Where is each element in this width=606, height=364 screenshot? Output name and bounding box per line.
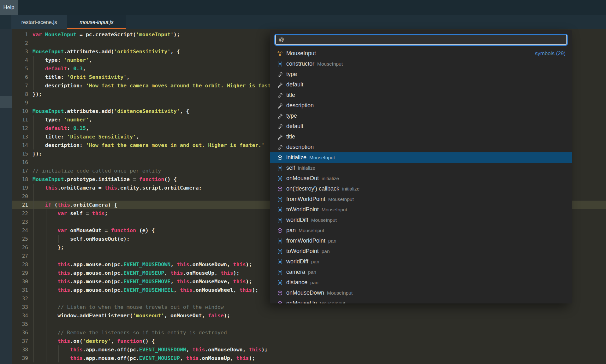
line-number: 28 <box>12 260 33 269</box>
symbol-list-item[interactable]: toWorldPointpan <box>270 246 572 256</box>
code-line-text: this.app.mouse.off(pc.EVENT_MOUSEUP, thi… <box>33 354 606 362</box>
property-wrench-icon <box>277 144 283 150</box>
symbol-name: fromWorldPoint <box>286 196 325 203</box>
code-line[interactable]: 34 window.addEventListener('mouseout', o… <box>12 311 606 320</box>
property-wrench-icon <box>277 82 283 88</box>
symbol-list-item[interactable]: default <box>270 121 572 132</box>
symbol-list-item[interactable]: initializeMouseInput <box>270 152 572 163</box>
indent-guide <box>46 320 46 328</box>
symbol-name: onMouseOut <box>286 175 319 182</box>
line-number: 23 <box>12 218 33 226</box>
indent-guide <box>33 269 34 277</box>
indent-guide <box>33 345 34 354</box>
symbol-search-bar <box>270 30 572 48</box>
method-bracket-icon <box>277 280 283 285</box>
code-line[interactable]: 37 this.on('destroy', function() { <box>12 337 606 345</box>
symbol-context: MouseInput <box>311 217 337 223</box>
symbol-name: initialize <box>286 154 306 161</box>
line-number: 34 <box>12 311 33 320</box>
code-line[interactable]: 38 this.app.mouse.off(pc.EVENT_MOUSEDOWN… <box>12 345 606 354</box>
function-cube-icon <box>277 155 283 161</box>
symbol-list-item[interactable]: worldDiffMouseInput <box>270 215 572 225</box>
symbol-list-item[interactable]: panMouseInput <box>270 225 572 236</box>
indent-guide <box>33 328 34 337</box>
symbol-list-item[interactable]: MouseInputsymbols (29) <box>270 48 572 59</box>
symbol-name: type <box>286 113 297 119</box>
method-bracket-icon <box>277 207 283 213</box>
symbol-list-item[interactable]: distancepan <box>270 277 572 288</box>
symbol-list-item[interactable]: constructorMouseInput <box>270 59 572 69</box>
code-line[interactable]: 35 <box>12 320 606 328</box>
symbol-name: description <box>286 144 314 150</box>
symbol-list-item[interactable]: fromWorldPointpan <box>270 236 572 246</box>
indent-guide <box>46 286 46 294</box>
line-number: 21 <box>12 201 33 209</box>
symbol-list-item[interactable]: type <box>270 69 572 79</box>
method-bracket-icon <box>277 165 283 171</box>
line-number: 3 <box>12 47 33 56</box>
symbol-list-item[interactable]: title <box>270 132 572 142</box>
line-number: 18 <box>12 175 33 184</box>
symbol-context: pan <box>310 280 318 285</box>
symbol-list-item[interactable]: title <box>270 90 572 100</box>
symbol-list-item[interactable]: fromWorldPointMouseInput <box>270 194 572 204</box>
panel-scroll-indicator[interactable] <box>0 96 12 108</box>
symbol-search-input[interactable] <box>274 34 568 46</box>
symbol-list-item[interactable]: onMouseDownMouseInput <box>270 288 572 298</box>
indent-guide <box>33 132 34 141</box>
line-number: 16 <box>12 158 33 167</box>
symbol-list-item[interactable]: toWorldPointMouseInput <box>270 204 572 215</box>
symbol-context: MouseInput <box>317 61 343 67</box>
tab-mouse-input[interactable]: mouse-input.js <box>67 15 126 29</box>
line-number: 6 <box>12 73 33 81</box>
symbol-list-item[interactable]: type <box>270 111 572 121</box>
indent-guide <box>33 124 34 132</box>
indent-guide <box>33 294 34 303</box>
property-wrench-icon <box>277 103 283 109</box>
line-number: 17 <box>12 167 33 175</box>
indent-guide <box>33 64 34 73</box>
indent-guide <box>46 269 46 277</box>
line-number: 37 <box>12 337 33 345</box>
code-line[interactable]: 33 // Listen to when the mouse travels o… <box>12 303 606 311</box>
indent-guide <box>46 294 46 303</box>
class-icon <box>277 51 283 56</box>
symbol-context: pan <box>308 269 316 275</box>
property-wrench-icon <box>277 92 283 98</box>
property-wrench-icon <box>277 134 283 140</box>
indent-guide <box>46 226 46 235</box>
symbol-context: MouseInput <box>309 155 335 161</box>
symbol-list-item[interactable]: on('destroy') callbackinitialize <box>270 184 572 194</box>
symbol-list-item[interactable]: description <box>270 100 572 111</box>
symbol-list-item[interactable]: worldDiffpan <box>270 256 572 267</box>
line-number: 13 <box>12 132 33 141</box>
indent-guide <box>33 56 34 64</box>
symbol-list-item[interactable]: selfinitialize <box>270 163 572 173</box>
code-line[interactable]: 39 this.app.mouse.off(pc.EVENT_MOUSEUP, … <box>12 354 606 362</box>
indent-guide <box>33 209 34 218</box>
line-number: 39 <box>12 354 33 362</box>
symbol-name: worldDiff <box>286 217 308 223</box>
code-line-text <box>33 320 606 328</box>
tab-restart-scene[interactable]: restart-scene.js <box>11 15 67 29</box>
indent-guide <box>46 303 46 311</box>
indent-guide <box>46 243 46 252</box>
symbol-list-item[interactable]: default <box>270 79 572 90</box>
symbol-list-item[interactable]: onMouseUpMouseInput <box>270 298 572 303</box>
menu-help[interactable]: Help <box>0 0 18 15</box>
line-number: 2 <box>12 39 33 47</box>
indent-guide <box>33 252 34 260</box>
symbol-context: MouseInput <box>327 290 353 296</box>
indent-guide <box>33 286 34 294</box>
symbol-list-item[interactable]: camerapan <box>270 267 572 277</box>
line-number: 14 <box>12 141 33 150</box>
code-line[interactable]: 36 // Remove the listeners so if this en… <box>12 328 606 337</box>
left-panel-strip[interactable] <box>0 29 12 364</box>
symbol-search-popup: MouseInputsymbols (29)constructorMouseIn… <box>270 30 572 303</box>
indent-guide <box>33 192 34 201</box>
indent-guide <box>46 218 46 226</box>
symbol-name: fromWorldPoint <box>286 238 325 244</box>
symbol-list-item[interactable]: description <box>270 142 572 152</box>
symbol-name: title <box>286 133 295 140</box>
symbol-list-item[interactable]: onMouseOutinitialize <box>270 173 572 184</box>
